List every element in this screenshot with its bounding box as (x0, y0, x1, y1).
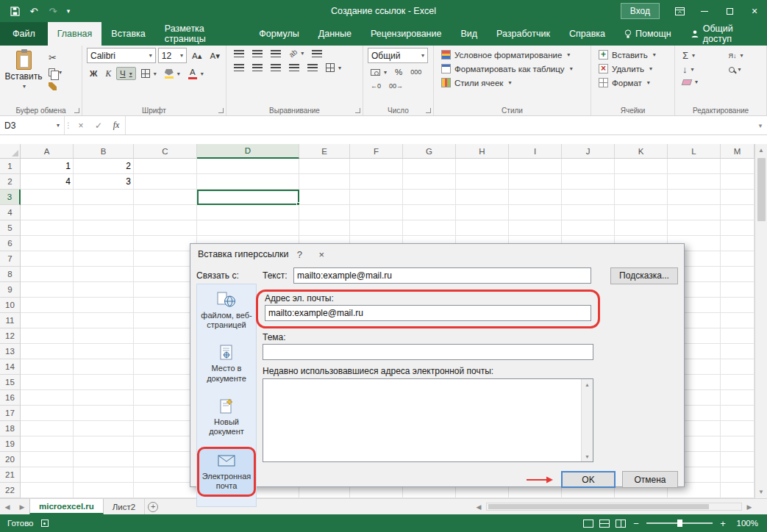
cell-L5[interactable] (668, 220, 721, 236)
cell-B6[interactable] (74, 236, 134, 251)
fill-color-button[interactable]: ▾ (162, 68, 183, 80)
scroll-down-icon[interactable]: ▼ (585, 451, 590, 461)
increase-font-size-button[interactable]: А▴ (189, 49, 204, 62)
cell-C15[interactable] (134, 375, 197, 390)
cell-M16[interactable] (721, 390, 754, 406)
cell-M7[interactable] (721, 251, 754, 267)
tab-home[interactable]: Главная (48, 22, 102, 46)
cell-B22[interactable] (74, 483, 134, 498)
tab-insert[interactable]: Вставка (101, 22, 154, 46)
cell-I3[interactable] (509, 190, 562, 205)
cell-C6[interactable] (134, 236, 197, 251)
horizontal-scrollbar[interactable]: ◀ ▶ (473, 499, 767, 514)
dialog-launcher-clipboard[interactable] (74, 108, 79, 113)
page-layout-view-button[interactable] (599, 520, 610, 528)
column-header-I[interactable]: I (509, 144, 562, 159)
cell-M8[interactable] (721, 267, 754, 282)
listbox-scrollbar[interactable]: ▲ ▼ (581, 379, 593, 461)
tab-share[interactable]: Общий доступ (681, 22, 767, 46)
display-text-input[interactable] (293, 267, 591, 284)
cell-B16[interactable] (74, 390, 134, 406)
cell-B9[interactable] (74, 282, 134, 298)
borders-button[interactable]: ▾ (138, 68, 160, 79)
cell-L4[interactable] (668, 205, 721, 220)
cell-G5[interactable] (403, 220, 456, 236)
sign-in-button[interactable]: Вход (621, 3, 660, 19)
cell-C1[interactable] (134, 159, 197, 174)
ribbon-display-options-button[interactable] (667, 0, 692, 22)
row-header-10[interactable]: 10 (0, 298, 21, 313)
row-header-12[interactable]: 12 (0, 328, 21, 344)
cell-B15[interactable] (74, 375, 134, 390)
row-header-20[interactable]: 20 (0, 452, 21, 467)
cell-C21[interactable] (134, 467, 197, 483)
tab-review[interactable]: Рецензирование (361, 22, 452, 46)
sheet-tab-1[interactable]: microexcel.ru (29, 499, 104, 514)
sort-filter-button[interactable]: Я↓▾ (726, 49, 764, 62)
cell-F4[interactable] (350, 205, 403, 220)
conditional-formatting-button[interactable]: Условное форматирование▾ (438, 48, 588, 62)
cell-A9[interactable] (21, 282, 74, 298)
minimize-button[interactable] (692, 0, 717, 22)
orientation-button[interactable]: ab▾ (286, 48, 307, 59)
align-bottom-button[interactable] (268, 48, 284, 59)
row-header-16[interactable]: 16 (0, 390, 21, 406)
cell-B2[interactable]: 3 (74, 174, 134, 190)
cell-H1[interactable] (456, 159, 509, 174)
cell-M10[interactable] (721, 298, 754, 313)
cell-B21[interactable] (74, 467, 134, 483)
cell-A18[interactable] (21, 421, 74, 436)
find-select-button[interactable]: ▾ (726, 63, 764, 76)
save-button[interactable] (6, 2, 24, 20)
font-name-select[interactable]: Calibri▾ (87, 48, 156, 63)
cell-C16[interactable] (134, 390, 197, 406)
tab-help[interactable]: Справка (560, 22, 615, 46)
column-header-D[interactable]: D (197, 144, 299, 159)
cell-K1[interactable] (615, 159, 668, 174)
copy-button[interactable]: ▾ (46, 67, 65, 78)
cell-C17[interactable] (134, 406, 197, 421)
redo-button[interactable]: ↷ (44, 2, 62, 20)
cell-styles-button[interactable]: Стили ячеек▾ (438, 76, 588, 90)
zoom-out-button[interactable]: − (632, 518, 641, 529)
cell-M14[interactable] (721, 359, 754, 375)
cell-A17[interactable] (21, 406, 74, 421)
cell-C8[interactable] (134, 267, 197, 282)
row-header-9[interactable]: 9 (0, 282, 21, 298)
cell-F3[interactable] (350, 190, 403, 205)
cell-E2[interactable] (299, 174, 350, 190)
cell-A15[interactable] (21, 375, 74, 390)
cell-F5[interactable] (350, 220, 403, 236)
cell-A19[interactable] (21, 436, 74, 452)
cell-L3[interactable] (668, 190, 721, 205)
decrease-indent-button[interactable] (286, 62, 302, 73)
column-header-J[interactable]: J (562, 144, 615, 159)
zoom-in-button[interactable]: + (718, 518, 727, 529)
row-header-14[interactable]: 14 (0, 359, 21, 375)
tab-formulas[interactable]: Формулы (249, 22, 308, 46)
cell-K4[interactable] (615, 205, 668, 220)
cell-M19[interactable] (721, 436, 754, 452)
cell-B12[interactable] (74, 328, 134, 344)
bold-button[interactable]: Ж (87, 68, 100, 79)
cell-B20[interactable] (74, 452, 134, 467)
column-header-L[interactable]: L (668, 144, 721, 159)
cell-C22[interactable] (134, 483, 197, 498)
cell-C3[interactable] (134, 190, 197, 205)
sheet-tab-2[interactable]: Лист2 (104, 499, 145, 514)
cell-J3[interactable] (562, 190, 615, 205)
cell-C7[interactable] (134, 251, 197, 267)
cell-C5[interactable] (134, 220, 197, 236)
cell-M4[interactable] (721, 205, 754, 220)
cell-D2[interactable] (197, 174, 299, 190)
row-header-17[interactable]: 17 (0, 406, 21, 421)
row-header-19[interactable]: 19 (0, 436, 21, 452)
row-header-4[interactable]: 4 (0, 205, 21, 220)
scroll-down-icon[interactable]: ▼ (755, 486, 767, 498)
cell-E4[interactable] (299, 205, 350, 220)
cell-B10[interactable] (74, 298, 134, 313)
row-header-3[interactable]: 3 (0, 190, 21, 205)
tab-developer[interactable]: Разработчик (487, 22, 560, 46)
cell-M15[interactable] (721, 375, 754, 390)
cell-B8[interactable] (74, 267, 134, 282)
